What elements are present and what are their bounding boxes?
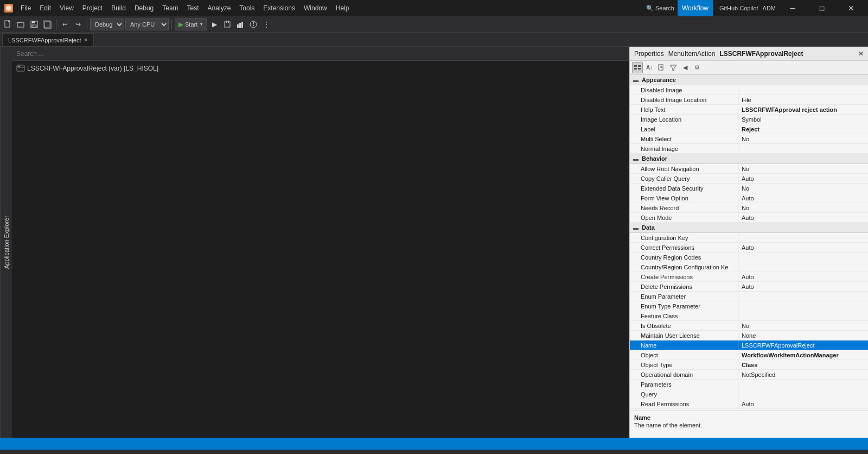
menu-analyze[interactable]: Analyze [203,0,235,16]
prop-help-text[interactable]: Help Text LSSCRFWFApproval reject action [630,105,868,115]
new-file-btn[interactable] [2,18,14,30]
menu-extensions[interactable]: Extensions [259,0,299,16]
props-settings-btn[interactable]: ⚙ [692,62,703,73]
save-all-btn[interactable] [41,18,53,30]
menu-window[interactable]: Window [299,0,331,16]
start-btn[interactable]: ▶ Start ▼ [175,18,207,30]
workflow-btn[interactable]: Workflow [678,0,713,16]
close-btn[interactable]: ✕ [839,0,864,16]
section-appearance[interactable]: ▬ Appearance [630,75,868,85]
prop-enum-param-label: Enum Parameter [630,292,738,301]
prop-create-perm[interactable]: Create Permissions Auto [630,272,868,282]
menu-edit[interactable]: Edit [35,0,55,16]
section-behavior[interactable]: ▬ Behavior [630,154,868,164]
props-header: Properties MenuItemAction LSSCRFWFApprov… [630,47,868,61]
props-footer-desc: The name of the element. [634,422,864,428]
tree-item-root[interactable]: LSSCRFWFApprovalReject (var) [LS_HISOL] [12,63,629,74]
prop-country-region[interactable]: Country Region Codes [630,253,868,262]
prop-ext-data-sec[interactable]: Extended Data Security No [630,184,868,193]
user-btn[interactable]: ADM [763,5,776,11]
props-category-btn[interactable] [632,62,643,73]
perf-btn[interactable] [234,18,246,30]
prop-feature-class-label: Feature Class [630,311,738,320]
github-copilot-btn[interactable]: GitHub Copilot [719,5,758,11]
prop-name[interactable]: Name LSSCRFWFApprovalReject [630,340,868,350]
search-btn[interactable]: 🔍 Search [646,5,674,12]
search-input[interactable] [16,50,625,58]
platform-select[interactable]: Any CPU [125,18,169,30]
menu-tools[interactable]: Tools [235,0,259,16]
minimize-btn[interactable]: ─ [780,0,805,16]
props-alpha-btn[interactable]: A↕ [644,62,655,73]
save-btn[interactable] [28,18,40,30]
menu-file[interactable]: File [16,0,35,16]
svg-rect-8 [225,22,230,27]
separator-2 [87,20,87,29]
prop-query-value [738,389,868,399]
props-pages-btn[interactable] [656,62,667,73]
prop-enum-param[interactable]: Enum Parameter [630,292,868,301]
prop-object-label: Object [630,350,738,360]
tab-close-btn[interactable]: ✕ [84,37,88,43]
prop-delete-perm[interactable]: Delete Permissions Auto [630,282,868,292]
prop-read-perm[interactable]: Read Permissions Auto [630,399,868,409]
prop-country-region-config[interactable]: Country/Region Configuration Ke [630,262,868,272]
prop-ext-data-sec-label: Extended Data Security [630,184,738,193]
menu-test[interactable]: Test [183,0,203,16]
prop-maintain-license-label: Maintain User License [630,331,738,340]
open-file-btn[interactable] [15,18,27,30]
prop-normal-image[interactable]: Normal Image [630,144,868,154]
undo-btn[interactable]: ↩ [59,18,71,30]
menu-debug[interactable]: Debug [130,0,158,16]
diag-btn[interactable] [247,18,259,30]
title-bar-right: GitHub Copilot ADM ─ □ ✕ [719,0,864,16]
menu-project[interactable]: Project [78,0,107,16]
prop-allow-root[interactable]: Allow Root Navigation No [630,164,868,174]
debug-next-btn[interactable]: ▶ [208,18,220,30]
prop-open-mode[interactable]: Open Mode Auto [630,213,868,223]
redo-btn[interactable]: ↪ [72,18,84,30]
prop-maintain-license[interactable]: Maintain User License None [630,331,868,340]
prop-label-name: Label [630,124,738,134]
prop-label[interactable]: Label Reject [630,124,868,134]
prop-needs-record[interactable]: Needs Record No [630,203,868,213]
prop-parameters[interactable]: Parameters [630,380,868,389]
prop-enum-type[interactable]: Enum Type Parameter [630,301,868,311]
svg-rect-11 [237,24,239,28]
start-dropdown-icon[interactable]: ▼ [199,22,203,27]
prop-form-view-value: Auto [738,193,868,203]
props-close-icon[interactable]: ✕ [858,50,864,58]
menu-help[interactable]: Help [331,0,354,16]
prop-image-location[interactable]: Image Location Symbol [630,115,868,124]
app-explorer-sidebar[interactable]: Application Explorer [0,47,12,438]
prop-disabled-image[interactable]: Disabled Image [630,85,868,95]
prop-copy-caller-label: Copy Caller Query [630,174,738,183]
prop-maintain-license-value: None [738,331,868,340]
menu-bar: File Edit View Project Build Debug Team … [16,0,640,16]
prop-disabled-image-loc-label: Disabled Image Location [630,95,738,104]
attach-btn[interactable] [221,18,233,30]
prop-config-key[interactable]: Configuration Key [630,233,868,243]
menu-team[interactable]: Team [158,0,182,16]
section-data[interactable]: ▬ Data [630,223,868,233]
menu-view[interactable]: View [55,0,78,16]
prop-form-view[interactable]: Form View Option Auto [630,193,868,203]
prop-query[interactable]: Query [630,389,868,399]
debug-config-select[interactable]: Debug [90,18,124,30]
prop-object-type[interactable]: Object Type Class [630,360,868,370]
prop-copy-caller[interactable]: Copy Caller Query Auto [630,174,868,184]
props-nav-prev-btn[interactable]: ◀ [680,62,691,73]
prop-feature-class[interactable]: Feature Class [630,311,868,321]
more-btn[interactable]: ⋮ [260,18,272,30]
props-filter-btn[interactable] [668,62,679,73]
prop-multi-select[interactable]: Multi Select No [630,134,868,144]
maximize-btn[interactable]: □ [809,0,834,16]
props-content: ▬ Appearance Disabled Image Disabled Ima… [630,75,868,411]
prop-correct-perm[interactable]: Correct Permissions Auto [630,243,868,253]
prop-op-domain[interactable]: Operational domain NotSpecified [630,370,868,380]
menu-build[interactable]: Build [107,0,130,16]
main-tab[interactable]: LSSCRFWFApprovalReject ✕ [2,33,94,46]
prop-object[interactable]: Object WorkflowWorkItemActionManager [630,350,868,360]
prop-disabled-image-loc[interactable]: Disabled Image Location File [630,95,868,105]
prop-is-obsolete[interactable]: Is Obsolete No [630,321,868,331]
